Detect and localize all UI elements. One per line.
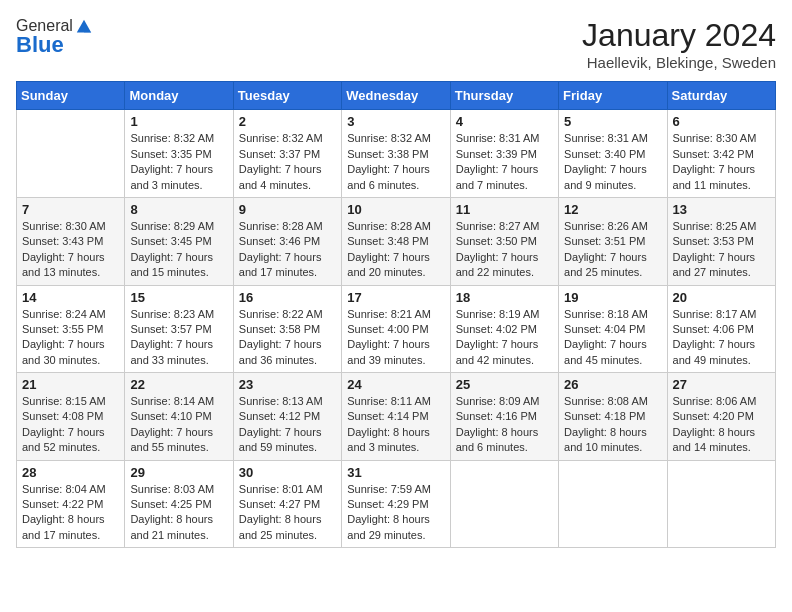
daylight-text: and 20 minutes. bbox=[347, 266, 425, 278]
daylight-text: and 7 minutes. bbox=[456, 179, 528, 191]
day-info: Sunrise: 8:06 AMSunset: 4:20 PMDaylight:… bbox=[673, 394, 770, 456]
daylight-text: and 39 minutes. bbox=[347, 354, 425, 366]
daylight-text: and 25 minutes. bbox=[239, 529, 317, 541]
calendar-cell: 30Sunrise: 8:01 AMSunset: 4:27 PMDayligh… bbox=[233, 460, 341, 548]
daylight-text: and 36 minutes. bbox=[239, 354, 317, 366]
daylight-text: Daylight: 7 hours bbox=[456, 163, 539, 175]
day-info: Sunrise: 8:19 AMSunset: 4:02 PMDaylight:… bbox=[456, 307, 553, 369]
day-info: Sunrise: 8:31 AMSunset: 3:40 PMDaylight:… bbox=[564, 131, 661, 193]
day-info: Sunrise: 8:32 AMSunset: 3:38 PMDaylight:… bbox=[347, 131, 444, 193]
day-info: Sunrise: 8:09 AMSunset: 4:16 PMDaylight:… bbox=[456, 394, 553, 456]
sunset-text: Sunset: 3:58 PM bbox=[239, 323, 320, 335]
sunrise-text: Sunrise: 8:01 AM bbox=[239, 483, 323, 495]
sunset-text: Sunset: 4:22 PM bbox=[22, 498, 103, 510]
daylight-text: Daylight: 7 hours bbox=[130, 338, 213, 350]
weekday-header-monday: Monday bbox=[125, 82, 233, 110]
daylight-text: and 25 minutes. bbox=[564, 266, 642, 278]
calendar-cell: 6Sunrise: 8:30 AMSunset: 3:42 PMDaylight… bbox=[667, 110, 775, 198]
day-number: 2 bbox=[239, 114, 336, 129]
page-header: General Blue January 2024 Haellevik, Ble… bbox=[16, 16, 776, 71]
calendar-table: SundayMondayTuesdayWednesdayThursdayFrid… bbox=[16, 81, 776, 548]
day-number: 18 bbox=[456, 290, 553, 305]
calendar-cell: 23Sunrise: 8:13 AMSunset: 4:12 PMDayligh… bbox=[233, 373, 341, 461]
day-number: 7 bbox=[22, 202, 119, 217]
daylight-text: and 4 minutes. bbox=[239, 179, 311, 191]
calendar-cell: 2Sunrise: 8:32 AMSunset: 3:37 PMDaylight… bbox=[233, 110, 341, 198]
calendar-cell bbox=[450, 460, 558, 548]
calendar-week-row: 28Sunrise: 8:04 AMSunset: 4:22 PMDayligh… bbox=[17, 460, 776, 548]
sunset-text: Sunset: 3:55 PM bbox=[22, 323, 103, 335]
sunrise-text: Sunrise: 8:31 AM bbox=[564, 132, 648, 144]
daylight-text: Daylight: 7 hours bbox=[673, 338, 756, 350]
weekday-header-sunday: Sunday bbox=[17, 82, 125, 110]
day-info: Sunrise: 8:04 AMSunset: 4:22 PMDaylight:… bbox=[22, 482, 119, 544]
daylight-text: Daylight: 7 hours bbox=[564, 338, 647, 350]
daylight-text: Daylight: 7 hours bbox=[130, 251, 213, 263]
daylight-text: and 33 minutes. bbox=[130, 354, 208, 366]
calendar-cell: 29Sunrise: 8:03 AMSunset: 4:25 PMDayligh… bbox=[125, 460, 233, 548]
sunset-text: Sunset: 3:46 PM bbox=[239, 235, 320, 247]
daylight-text: and 6 minutes. bbox=[347, 179, 419, 191]
day-info: Sunrise: 8:32 AMSunset: 3:35 PMDaylight:… bbox=[130, 131, 227, 193]
calendar-week-row: 7Sunrise: 8:30 AMSunset: 3:43 PMDaylight… bbox=[17, 197, 776, 285]
sunset-text: Sunset: 3:53 PM bbox=[673, 235, 754, 247]
calendar-cell bbox=[17, 110, 125, 198]
daylight-text: Daylight: 8 hours bbox=[347, 426, 430, 438]
sunset-text: Sunset: 3:50 PM bbox=[456, 235, 537, 247]
day-info: Sunrise: 8:17 AMSunset: 4:06 PMDaylight:… bbox=[673, 307, 770, 369]
day-info: Sunrise: 7:59 AMSunset: 4:29 PMDaylight:… bbox=[347, 482, 444, 544]
sunset-text: Sunset: 3:38 PM bbox=[347, 148, 428, 160]
daylight-text: Daylight: 8 hours bbox=[130, 513, 213, 525]
sunrise-text: Sunrise: 8:19 AM bbox=[456, 308, 540, 320]
daylight-text: and 3 minutes. bbox=[347, 441, 419, 453]
calendar-cell: 10Sunrise: 8:28 AMSunset: 3:48 PMDayligh… bbox=[342, 197, 450, 285]
daylight-text: Daylight: 7 hours bbox=[673, 251, 756, 263]
calendar-cell: 8Sunrise: 8:29 AMSunset: 3:45 PMDaylight… bbox=[125, 197, 233, 285]
day-info: Sunrise: 8:11 AMSunset: 4:14 PMDaylight:… bbox=[347, 394, 444, 456]
day-info: Sunrise: 8:24 AMSunset: 3:55 PMDaylight:… bbox=[22, 307, 119, 369]
sunrise-text: Sunrise: 8:24 AM bbox=[22, 308, 106, 320]
calendar-cell: 17Sunrise: 8:21 AMSunset: 4:00 PMDayligh… bbox=[342, 285, 450, 373]
calendar-cell: 28Sunrise: 8:04 AMSunset: 4:22 PMDayligh… bbox=[17, 460, 125, 548]
sunrise-text: Sunrise: 8:03 AM bbox=[130, 483, 214, 495]
day-number: 12 bbox=[564, 202, 661, 217]
daylight-text: and 45 minutes. bbox=[564, 354, 642, 366]
daylight-text: and 17 minutes. bbox=[239, 266, 317, 278]
calendar-cell: 4Sunrise: 8:31 AMSunset: 3:39 PMDaylight… bbox=[450, 110, 558, 198]
sunrise-text: Sunrise: 8:25 AM bbox=[673, 220, 757, 232]
day-number: 17 bbox=[347, 290, 444, 305]
sunrise-text: Sunrise: 8:30 AM bbox=[22, 220, 106, 232]
daylight-text: Daylight: 7 hours bbox=[564, 163, 647, 175]
sunrise-text: Sunrise: 8:06 AM bbox=[673, 395, 757, 407]
day-number: 8 bbox=[130, 202, 227, 217]
sunset-text: Sunset: 3:42 PM bbox=[673, 148, 754, 160]
sunset-text: Sunset: 3:51 PM bbox=[564, 235, 645, 247]
daylight-text: and 13 minutes. bbox=[22, 266, 100, 278]
day-number: 24 bbox=[347, 377, 444, 392]
calendar-cell: 25Sunrise: 8:09 AMSunset: 4:16 PMDayligh… bbox=[450, 373, 558, 461]
sunrise-text: Sunrise: 8:31 AM bbox=[456, 132, 540, 144]
weekday-header-row: SundayMondayTuesdayWednesdayThursdayFrid… bbox=[17, 82, 776, 110]
calendar-cell: 13Sunrise: 8:25 AMSunset: 3:53 PMDayligh… bbox=[667, 197, 775, 285]
sunrise-text: Sunrise: 8:08 AM bbox=[564, 395, 648, 407]
sunrise-text: Sunrise: 8:32 AM bbox=[130, 132, 214, 144]
daylight-text: and 30 minutes. bbox=[22, 354, 100, 366]
day-info: Sunrise: 8:01 AMSunset: 4:27 PMDaylight:… bbox=[239, 482, 336, 544]
daylight-text: Daylight: 7 hours bbox=[130, 426, 213, 438]
sunrise-text: Sunrise: 8:28 AM bbox=[239, 220, 323, 232]
day-number: 15 bbox=[130, 290, 227, 305]
daylight-text: Daylight: 7 hours bbox=[239, 163, 322, 175]
daylight-text: and 22 minutes. bbox=[456, 266, 534, 278]
daylight-text: Daylight: 7 hours bbox=[239, 426, 322, 438]
sunrise-text: Sunrise: 8:23 AM bbox=[130, 308, 214, 320]
day-number: 10 bbox=[347, 202, 444, 217]
day-number: 25 bbox=[456, 377, 553, 392]
calendar-cell: 18Sunrise: 8:19 AMSunset: 4:02 PMDayligh… bbox=[450, 285, 558, 373]
calendar-cell: 3Sunrise: 8:32 AMSunset: 3:38 PMDaylight… bbox=[342, 110, 450, 198]
sunrise-text: Sunrise: 8:28 AM bbox=[347, 220, 431, 232]
day-number: 27 bbox=[673, 377, 770, 392]
day-info: Sunrise: 8:23 AMSunset: 3:57 PMDaylight:… bbox=[130, 307, 227, 369]
sunset-text: Sunset: 4:08 PM bbox=[22, 410, 103, 422]
day-info: Sunrise: 8:31 AMSunset: 3:39 PMDaylight:… bbox=[456, 131, 553, 193]
month-year-title: January 2024 bbox=[582, 16, 776, 54]
